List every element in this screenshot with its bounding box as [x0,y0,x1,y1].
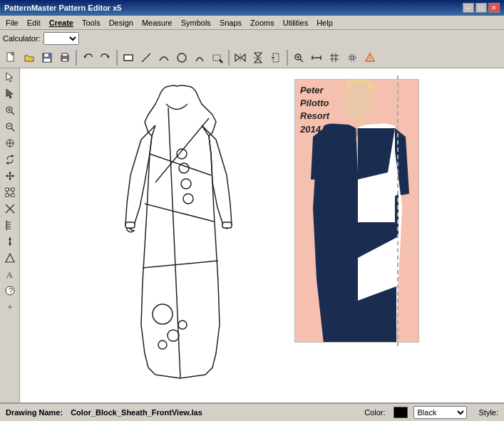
open-button[interactable] [21,49,38,66]
svg-marker-48 [11,155,14,157]
redo-button[interactable] [97,49,114,66]
calculator-select[interactable] [43,32,79,45]
svg-text:?: ? [9,286,13,295]
measure-button[interactable] [308,49,325,66]
adjust-tool[interactable] [1,86,19,102]
svg-rect-57 [11,188,14,191]
svg-marker-18 [254,53,262,57]
svg-point-95 [345,81,374,118]
menu-design[interactable]: Design [105,18,138,28]
svg-line-23 [300,59,303,62]
mirror-v-button[interactable] [267,49,284,66]
text-tool[interactable]: A [1,266,19,282]
circle-button[interactable] [173,49,190,66]
menu-help[interactable]: Help [312,18,337,28]
calculator-bar: Calculator: [0,30,504,47]
rectangle-button[interactable] [120,49,137,66]
svg-rect-1 [11,53,14,55]
menu-create[interactable]: Create [45,18,78,28]
zoom-button[interactable] [290,49,307,66]
svg-line-43 [11,128,14,131]
undo-button[interactable] [79,49,96,66]
color-select[interactable]: Black White Red Blue Navy [413,406,467,419]
close-button[interactable]: ✕ [488,3,500,13]
menu-file[interactable]: File [1,18,23,28]
menu-snaps[interactable]: Snaps [215,18,246,28]
menu-tools[interactable]: Tools [78,18,105,28]
svg-marker-9 [107,56,110,58]
svg-rect-81 [222,222,232,228]
svg-point-90 [183,194,193,204]
zoom-out-tool[interactable] [1,119,19,135]
svg-marker-72 [9,237,11,240]
pan-tool[interactable] [1,135,19,151]
svg-marker-53 [9,178,11,180]
svg-marker-16 [241,54,245,61]
svg-point-88 [179,163,189,173]
svg-marker-19 [254,58,262,63]
svg-line-86 [143,261,218,268]
svg-line-85 [145,204,214,222]
curve-button[interactable] [155,49,173,66]
line-button[interactable] [138,49,155,66]
notch-tool[interactable] [1,250,19,266]
zoom-in-tool[interactable] [1,103,19,118]
settings-button[interactable] [344,49,361,66]
flip-button[interactable] [250,49,267,66]
svg-marker-73 [9,243,11,246]
svg-point-12 [178,53,186,62]
help-left-tool[interactable]: ? [1,283,19,298]
grid-button[interactable] [326,49,343,66]
rotate-tool[interactable] [1,152,19,167]
node-tool[interactable] [1,184,19,200]
select-rect-button[interactable] [209,49,226,66]
move-tool[interactable] [1,168,19,184]
cut-tool[interactable] [1,201,19,217]
menu-symbols[interactable]: Symbols [177,18,215,28]
svg-marker-8 [83,56,86,58]
svg-rect-10 [124,55,133,61]
grain-tool[interactable] [1,234,19,249]
maximize-button[interactable]: □ [475,3,487,13]
save-button[interactable] [38,49,56,66]
main-area: A ? [0,68,504,402]
seam-tool[interactable] [1,217,19,233]
mirror-h-button[interactable] [232,49,249,66]
calculator-label: Calculator: [3,34,41,43]
menu-zooms[interactable]: Zooms [246,18,279,28]
svg-marker-52 [9,172,11,174]
svg-point-94 [178,321,187,329]
svg-marker-55 [12,175,14,177]
dashed-border [397,76,398,346]
arc-button[interactable] [191,49,208,66]
help-button[interactable] [361,49,379,66]
title-bar: PatternMaster Pattern Editor x5 ─ □ ✕ [0,0,504,16]
toolbar-separator-2 [116,50,118,66]
main-toolbar [0,47,504,68]
svg-point-92 [168,330,179,341]
color-swatch [394,407,408,418]
menu-utilities[interactable]: Utilities [279,18,312,28]
toolbar-separator-3 [228,50,230,66]
new-button[interactable] [3,49,20,66]
menu-bar: File Edit Create Tools Design Measure Sy… [0,16,504,30]
svg-rect-80 [125,222,135,228]
fashion-sketch [106,83,255,382]
minimize-button[interactable]: ─ [463,3,474,13]
svg-point-89 [181,179,191,189]
extra-tool[interactable] [1,299,19,315]
svg-marker-74 [6,254,14,262]
select-tool[interactable] [1,70,19,85]
menu-measure[interactable]: Measure [138,18,177,28]
print-button[interactable] [56,49,73,66]
svg-rect-56 [6,188,9,191]
menu-edit[interactable]: Edit [23,18,45,28]
color-label: Color: [364,408,385,417]
svg-line-11 [142,53,150,62]
svg-rect-101 [358,180,395,222]
status-bar: Drawing Name: Color_Block_Sheath_FrontVi… [0,402,504,421]
svg-rect-7 [62,58,68,61]
svg-marker-15 [235,54,240,61]
toolbar-separator-4 [287,50,288,66]
svg-rect-3 [44,53,48,57]
